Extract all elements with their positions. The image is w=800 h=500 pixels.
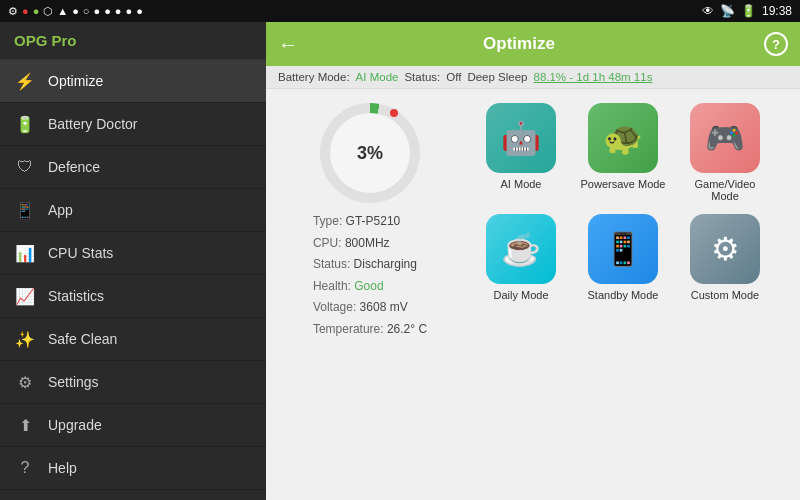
game-mode-icon-box: 🎮: [690, 103, 760, 173]
sidebar-label-safe-clean: Safe Clean: [48, 331, 117, 347]
cpu-value: 800MHz: [345, 236, 390, 250]
temperature-value: 26.2° C: [387, 322, 427, 336]
battery-gauge: 3%: [320, 103, 420, 203]
help-button[interactable]: ?: [764, 32, 788, 56]
status-icon-10: ●: [115, 5, 122, 17]
sidebar-item-app[interactable]: 📱 App: [0, 189, 266, 232]
sidebar-label-upgrade: Upgrade: [48, 417, 102, 433]
time-display: 19:38: [762, 4, 792, 18]
sidebar: OPG Pro ⚡ Optimize 🔋 Battery Doctor 🛡 De…: [0, 22, 266, 500]
sidebar-item-upgrade[interactable]: ⬆ Upgrade: [0, 404, 266, 447]
status-icon-3: ●: [33, 5, 40, 17]
content-area: 3% Type: GT-P5210 CPU: 800MHz Status: Di…: [266, 89, 800, 500]
health-value: Good: [354, 279, 383, 293]
defence-icon: 🛡: [14, 156, 36, 178]
mode-item-standby[interactable]: 📱 Standby Mode: [578, 214, 668, 301]
cpu-stats-icon: 📊: [14, 242, 36, 264]
sidebar-label-settings: Settings: [48, 374, 99, 390]
status-icon-8: ●: [94, 5, 101, 17]
powersave-mode-label: Powersave Mode: [581, 178, 666, 190]
signal-icon: 📡: [720, 4, 735, 18]
status-icon-4: ⬡: [43, 5, 53, 18]
status-icon-11: ●: [125, 5, 132, 17]
sidebar-item-battery-doctor[interactable]: 🔋 Battery Doctor: [0, 103, 266, 146]
status-info-label: Status:: [313, 257, 350, 271]
sidebar-item-settings[interactable]: ⚙ Settings: [0, 361, 266, 404]
game-mode-label: Game/Video Mode: [680, 178, 770, 202]
status-bar-left-icons: ⚙ ● ● ⬡ ▲ ● ○ ● ● ● ● ●: [8, 5, 143, 18]
main-content: ← Optimize ? Battery Mode: AI Mode Statu…: [266, 22, 800, 500]
status-label: Status:: [404, 71, 440, 83]
sidebar-label-app: App: [48, 202, 73, 218]
status-icon-6: ●: [72, 5, 79, 17]
help-icon: ?: [14, 457, 36, 479]
voltage-value: 3608 mV: [360, 300, 408, 314]
battery-percentage: 3%: [330, 113, 410, 193]
battery-mode-value: AI Mode: [356, 71, 399, 83]
battery-mode-label: Battery Mode:: [278, 71, 350, 83]
sidebar-label-help: Help: [48, 460, 77, 476]
game-mode-icon: 🎮: [705, 119, 745, 157]
standby-mode-icon-box: 📱: [588, 214, 658, 284]
sidebar-item-optimize[interactable]: ⚡ Optimize: [0, 60, 266, 103]
custom-mode-icon: ⚙: [711, 230, 740, 268]
sidebar-label-cpu-stats: CPU Stats: [48, 245, 113, 261]
sidebar-item-cpu-stats[interactable]: 📊 CPU Stats: [0, 232, 266, 275]
top-bar: ← Optimize ?: [266, 22, 800, 66]
settings-icon: ⚙: [14, 371, 36, 393]
sidebar-item-statistics[interactable]: 📈 Statistics: [0, 275, 266, 318]
optimize-icon: ⚡: [14, 70, 36, 92]
sidebar-label-defence: Defence: [48, 159, 100, 175]
ai-mode-icon: 🤖: [501, 119, 541, 157]
info-bar: Battery Mode: AI Mode Status: Off Deep S…: [266, 66, 800, 89]
sidebar-item-safe-clean[interactable]: ✨ Safe Clean: [0, 318, 266, 361]
mode-item-daily[interactable]: ☕ Daily Mode: [476, 214, 566, 301]
ai-mode-label: AI Mode: [501, 178, 542, 190]
status-info-value: Discharging: [354, 257, 417, 271]
statistics-icon: 📈: [14, 285, 36, 307]
mode-item-game[interactable]: 🎮 Game/Video Mode: [680, 103, 770, 202]
mode-grid: 🤖 AI Mode 🐢 Powersave Mode 🎮 Game/Video …: [476, 103, 770, 486]
safe-clean-icon: ✨: [14, 328, 36, 350]
battery-doctor-icon: 🔋: [14, 113, 36, 135]
upgrade-icon: ⬆: [14, 414, 36, 436]
daily-mode-label: Daily Mode: [493, 289, 548, 301]
temperature-label: Temperature:: [313, 322, 384, 336]
app-icon: 📱: [14, 199, 36, 221]
battery-section: 3% Type: GT-P5210 CPU: 800MHz Status: Di…: [280, 103, 460, 486]
sidebar-label-optimize: Optimize: [48, 73, 103, 89]
sidebar-label-statistics: Statistics: [48, 288, 104, 304]
status-bar-right: 👁 📡 🔋 19:38: [702, 4, 792, 18]
mode-item-ai[interactable]: 🤖 AI Mode: [476, 103, 566, 202]
standby-mode-label: Standby Mode: [588, 289, 659, 301]
health-label: Health:: [313, 279, 351, 293]
back-button[interactable]: ←: [278, 33, 298, 56]
type-value: GT-P5210: [346, 214, 401, 228]
daily-mode-icon: ☕: [501, 230, 541, 268]
status-icon-7: ○: [83, 5, 90, 17]
deep-sleep-label: Deep Sleep: [467, 71, 527, 83]
mode-item-custom[interactable]: ⚙ Custom Mode: [680, 214, 770, 301]
battery-info: Type: GT-P5210 CPU: 800MHz Status: Disch…: [313, 211, 427, 341]
status-bar: ⚙ ● ● ⬡ ▲ ● ○ ● ● ● ● ● 👁 📡 🔋 19:38: [0, 0, 800, 22]
daily-mode-icon-box: ☕: [486, 214, 556, 284]
sidebar-item-defence[interactable]: 🛡 Defence: [0, 146, 266, 189]
sidebar-item-help[interactable]: ? Help: [0, 447, 266, 490]
status-icon-2: ●: [22, 5, 29, 17]
status-value: Off: [446, 71, 461, 83]
status-icon-1: ⚙: [8, 5, 18, 18]
status-icon-9: ●: [104, 5, 111, 17]
standby-mode-icon: 📱: [603, 230, 643, 268]
page-title: Optimize: [308, 34, 730, 54]
sidebar-label-battery-doctor: Battery Doctor: [48, 116, 137, 132]
status-icon-12: ●: [136, 5, 143, 17]
powersave-mode-icon-box: 🐢: [588, 103, 658, 173]
ai-mode-icon-box: 🤖: [486, 103, 556, 173]
type-label: Type:: [313, 214, 342, 228]
cpu-label: CPU:: [313, 236, 342, 250]
battery-gauge-dot: [390, 109, 398, 117]
custom-mode-icon-box: ⚙: [690, 214, 760, 284]
app-name: OPG Pro: [0, 22, 266, 60]
eye-icon: 👁: [702, 4, 714, 18]
mode-item-powersave[interactable]: 🐢 Powersave Mode: [578, 103, 668, 202]
